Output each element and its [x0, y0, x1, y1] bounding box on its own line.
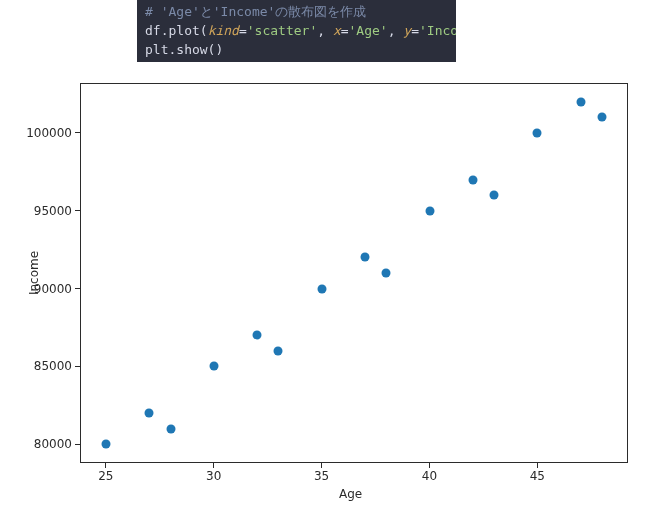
- y-tick-label: 80000: [34, 437, 72, 451]
- code-str-scatter: 'scatter': [247, 23, 317, 38]
- data-point: [490, 191, 499, 200]
- y-tick-mark: [75, 366, 80, 367]
- code-eq3: =: [411, 23, 419, 38]
- data-point: [382, 269, 391, 278]
- y-tick-label: 100000: [26, 126, 72, 140]
- code-sep1: ,: [317, 23, 333, 38]
- data-point: [274, 346, 283, 355]
- code-kw-y: y: [403, 23, 411, 38]
- y-tick-label: 90000: [34, 282, 72, 296]
- y-tick-mark: [75, 288, 80, 289]
- code-kw-kind: kind: [208, 23, 239, 38]
- x-tick-label: 45: [530, 469, 545, 483]
- y-tick-label: 85000: [34, 359, 72, 373]
- x-axis-label: Age: [339, 487, 362, 501]
- x-tick-label: 30: [206, 469, 221, 483]
- code-eq1: =: [239, 23, 247, 38]
- code-str-age: 'Age': [349, 23, 388, 38]
- y-tick-mark: [75, 210, 80, 211]
- x-tick-mark: [213, 463, 214, 468]
- plot-area: [80, 83, 628, 463]
- data-point: [209, 362, 218, 371]
- x-tick-mark: [537, 463, 538, 468]
- x-tick-mark: [105, 463, 106, 468]
- code-line3: plt.show(): [145, 42, 223, 57]
- x-tick-label: 35: [314, 469, 329, 483]
- data-point: [145, 409, 154, 418]
- code-eq2: =: [341, 23, 349, 38]
- code-cell: # 'Age'と'Income'の散布図を作成 df.plot(kind='sc…: [137, 0, 456, 62]
- data-point: [576, 97, 585, 106]
- data-point: [252, 331, 261, 340]
- y-tick-label: 95000: [34, 204, 72, 218]
- x-tick-label: 25: [98, 469, 113, 483]
- code-str-income: 'Income': [419, 23, 456, 38]
- y-tick-mark: [75, 444, 80, 445]
- x-tick-label: 40: [422, 469, 437, 483]
- data-point: [101, 440, 110, 449]
- data-point: [166, 424, 175, 433]
- code-fn-plot: plot: [168, 23, 199, 38]
- data-point: [533, 128, 542, 137]
- x-tick-mark: [429, 463, 430, 468]
- code-comment: # 'Age'と'Income'の散布図を作成: [145, 4, 366, 19]
- code-sep2: ,: [388, 23, 404, 38]
- x-tick-mark: [321, 463, 322, 468]
- scatter-chart: Age Income 25303540458000085000900009500…: [0, 72, 646, 511]
- data-point: [468, 175, 477, 184]
- data-point: [360, 253, 369, 262]
- code-ident-df: df: [145, 23, 161, 38]
- y-tick-mark: [75, 132, 80, 133]
- data-point: [317, 284, 326, 293]
- code-kw-x: x: [333, 23, 341, 38]
- code-open-paren: (: [200, 23, 208, 38]
- data-point: [598, 113, 607, 122]
- data-point: [425, 206, 434, 215]
